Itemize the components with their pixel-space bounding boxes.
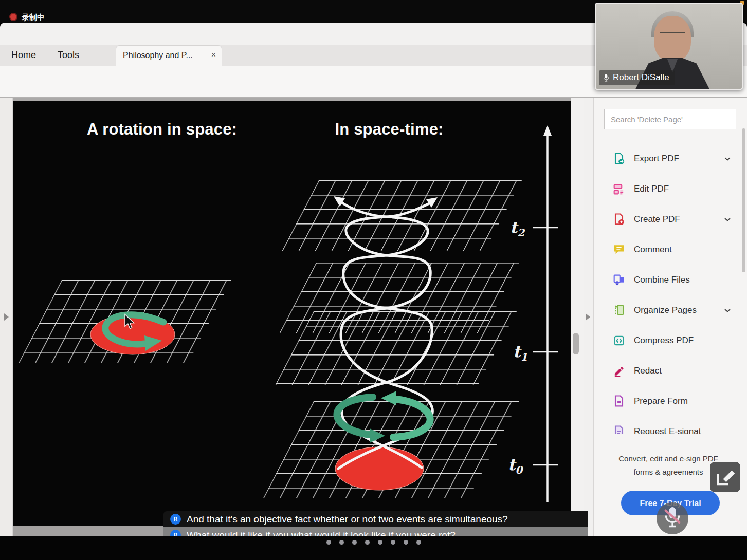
- microphone-icon: [603, 74, 609, 82]
- organize-pages-icon: [612, 303, 626, 318]
- compress-pdf-icon: [612, 333, 626, 348]
- export-pdf-icon: [612, 152, 626, 166]
- webcam-video: Robert DiSalle: [595, 3, 743, 90]
- vertical-scrollbar[interactable]: [571, 98, 584, 536]
- comment-tool-icon: [612, 242, 626, 257]
- sidebar-item-label: Prepare Form: [634, 396, 731, 406]
- caption-pagination-dots: [326, 540, 421, 545]
- signature-pen-icon: [710, 462, 740, 492]
- tools-list: Export PDF Edit PDF Create PDF Comment C…: [612, 147, 731, 434]
- sidebar-item-label: Export PDF: [634, 154, 724, 164]
- recording-indicator-icon: [9, 13, 17, 21]
- caption-line: R And that it's an objective fact whethe…: [163, 511, 588, 527]
- left-panel-strip: [0, 98, 13, 536]
- sidebar-item-label: Create PDF: [634, 214, 724, 225]
- tab-document[interactable]: Philosophy and P... ×: [116, 45, 222, 66]
- expand-left-panel-icon[interactable]: [4, 313, 9, 321]
- participant-glasses: [660, 32, 685, 39]
- time-axis: [533, 125, 558, 502]
- sidebar-item-export-pdf[interactable]: Export PDF: [612, 147, 731, 170]
- spacetime-grid-t2: [282, 180, 522, 251]
- time-tick-label-t1: t1: [513, 342, 527, 363]
- screen: 录制中 Philosophy and Physics 2022.pdf Home…: [0, 0, 747, 560]
- sidebar-item-label: Comment: [634, 245, 731, 255]
- sidebar-item-request-esignature[interactable]: Request E-signat: [612, 420, 731, 434]
- sidebar-scrollbar-thumb[interactable]: [742, 128, 745, 272]
- create-pdf-icon: [612, 212, 626, 227]
- chevron-down-icon[interactable]: [724, 157, 731, 161]
- sidebar-item-prepare-form[interactable]: Prepare Form: [612, 390, 731, 413]
- tab-close-icon[interactable]: ×: [211, 50, 216, 60]
- sidebar-item-redact[interactable]: Redact: [612, 360, 731, 382]
- sidebar-item-comment[interactable]: Comment: [612, 238, 731, 261]
- sidebar-collapse-strip: [584, 98, 594, 536]
- sidebar-separator: [594, 437, 747, 437]
- speaker-avatar: R: [170, 514, 181, 525]
- chevron-down-icon[interactable]: [724, 217, 731, 222]
- tab-document-label: Philosophy and P...: [123, 51, 193, 60]
- spacetime-diagram: [13, 101, 571, 526]
- sidebar-item-organize-pages[interactable]: Organize Pages: [612, 299, 731, 322]
- sidebar-item-label: Combine Files: [634, 275, 731, 285]
- sidebar-item-combine-files[interactable]: Combine Files: [612, 269, 731, 291]
- rotating-disc-spacetime: [335, 447, 424, 490]
- sidebar-item-label: Request E-signat: [634, 426, 731, 434]
- participant-name: Robert DiSalle: [613, 72, 669, 83]
- pdf-slide-page: A rotation in space: In space-time:: [13, 101, 571, 526]
- edit-pdf-icon: [612, 182, 626, 196]
- sidebar-item-label: Compress PDF: [634, 335, 731, 346]
- microphone-muted-icon: [657, 502, 688, 534]
- sidebar-item-edit-pdf[interactable]: Edit PDF: [612, 178, 731, 200]
- time-tick-label-t2: t2: [510, 218, 524, 239]
- request-esignature-icon: [612, 424, 626, 434]
- caption-text: And that it's an objective fact whether …: [187, 514, 508, 525]
- tab-home[interactable]: Home: [11, 50, 36, 61]
- recording-label: 录制中: [22, 13, 45, 23]
- search-input[interactable]: [604, 109, 736, 129]
- participant-name-badge: Robert DiSalle: [599, 70, 675, 85]
- time-tick-label-t0: t0: [508, 455, 522, 476]
- spacetime-grid-t1: [276, 311, 517, 385]
- expand-tools-panel-icon[interactable]: [586, 313, 590, 321]
- sidebar-item-label: Redact: [634, 366, 731, 376]
- tab-tools[interactable]: Tools: [58, 50, 79, 61]
- sidebar-item-label: Organize Pages: [634, 305, 724, 315]
- prepare-form-icon: [612, 394, 626, 408]
- sidebar-item-compress-pdf[interactable]: Compress PDF: [612, 329, 731, 352]
- chevron-down-icon[interactable]: [724, 308, 731, 313]
- annotate-button[interactable]: [710, 462, 740, 492]
- redact-icon: [612, 364, 626, 378]
- vertical-scrollbar-thumb[interactable]: [573, 333, 579, 354]
- sidebar-item-label: Edit PDF: [634, 184, 731, 194]
- sidebar-item-create-pdf[interactable]: Create PDF: [612, 208, 731, 231]
- combine-files-icon: [612, 273, 626, 287]
- mute-microphone-button[interactable]: [657, 502, 688, 534]
